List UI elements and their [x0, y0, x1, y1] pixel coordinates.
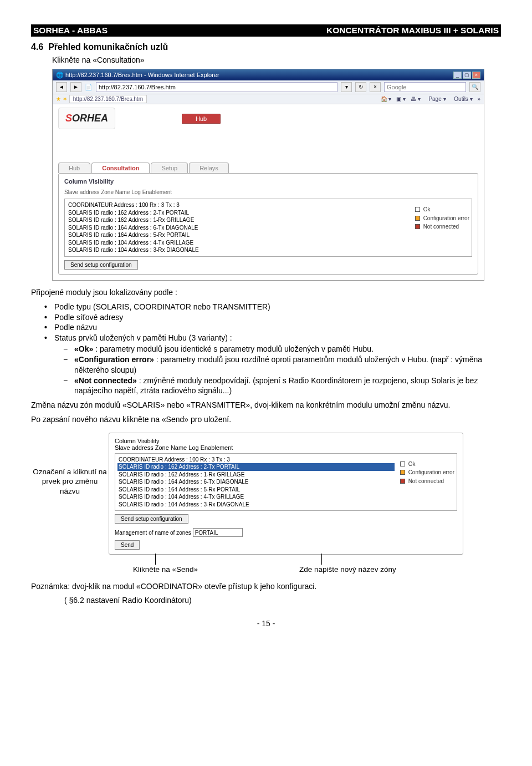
bullet-item: Status prvků uložených v paměti Hubu (3 …	[44, 333, 501, 343]
intro-text: Připojené moduly jsou lokalizovány podle…	[31, 287, 501, 297]
tab-setup[interactable]: Setup	[151, 163, 188, 173]
panel-subheader: Slave address Zone Name Log Enablement	[64, 189, 472, 195]
list-item[interactable]: SOLARIS ID radio : 162 Address : 1-Rx GR…	[117, 471, 395, 479]
list-item[interactable]: SOLARIS ID radio : 164 Address : 5-Rx PO…	[67, 231, 410, 239]
minimize-icon[interactable]: _	[453, 72, 462, 79]
page-menu[interactable]: Page ▾	[425, 96, 446, 102]
callout-left: Označení a kliknutí na prvek pro změnu n…	[31, 429, 109, 557]
tab-relays[interactable]: Relays	[189, 163, 229, 173]
modules-list: COORDINATEUR Address : 100 Rx : 3 Tx : 3…	[115, 453, 457, 511]
browser-tab[interactable]: http://82.237.160.7/Bres.htm	[69, 95, 147, 103]
app-tabs: Hub Consultation Setup Relays	[58, 163, 484, 173]
close-icon[interactable]: ×	[472, 72, 480, 79]
bullet-list: Podle typu (SOLARIS, COORDINATOR nebo TR…	[31, 302, 501, 344]
modules-list: COORDINATEUR Address : 100 Rx : 3 Tx : 3…	[64, 199, 472, 257]
ok-swatch-icon	[400, 461, 405, 466]
ie-page-icon: 📄	[85, 84, 93, 91]
send-setup-button[interactable]: Send setup configuration	[115, 514, 188, 524]
list-item[interactable]: SOLARIS ID radio : 104 Address : 3-Rx DI…	[67, 246, 410, 254]
list-item[interactable]: SOLARIS ID radio : 164 Address : 6-Tx DI…	[117, 478, 395, 486]
refresh-button[interactable]: ↻	[355, 82, 366, 92]
sorhea-logo: SORHEA	[58, 108, 115, 129]
page-number: - 15 -	[31, 619, 501, 628]
list-item[interactable]: SOLARIS ID radio : 104 Address : 4-Tx GR…	[67, 239, 410, 247]
bullet-item: Podle názvu	[44, 322, 501, 333]
notconnected-swatch-icon	[400, 479, 405, 484]
back-button[interactable]: ◄	[56, 82, 67, 92]
list-item[interactable]: SOLARIS ID radio : 164 Address : 5-Rx PO…	[117, 486, 395, 494]
send-setup-button[interactable]: Send setup configuration	[64, 260, 138, 270]
paragraph: Po zapsání nového názvu klikněte na «Sen…	[31, 414, 501, 424]
send-button[interactable]: Send	[115, 540, 140, 550]
print-icon[interactable]: 🖶 ▾	[411, 96, 421, 102]
add-favorite-icon[interactable]: ✶	[63, 96, 67, 102]
ie-globe-icon: 🌐	[56, 72, 64, 78]
ie-address-bar: ◄ ► 📄 ▾ ↻ × 🔍	[53, 80, 484, 94]
search-input[interactable]	[384, 82, 466, 92]
list-item[interactable]: COORDINATEUR Address : 100 Rx : 3 Tx : 3	[67, 201, 410, 209]
stop-button[interactable]: ×	[370, 82, 381, 92]
dash-list: «Ok» : parametry modulů jsou identické s…	[31, 344, 501, 395]
screenshot-browser: 🌐 http://82.237.160.7/Bres.htm - Windows…	[52, 69, 484, 281]
zone-name-input[interactable]	[193, 528, 243, 537]
header-right: KONCENTRÁTOR MAXIBUS III + SOLARIS	[326, 26, 499, 35]
tab-consultation[interactable]: Consultation	[91, 163, 150, 173]
notconnected-swatch-icon	[415, 224, 420, 229]
list-item[interactable]: SOLARIS ID radio : 104 Address : 3-Rx DI…	[117, 501, 395, 509]
window-buttons[interactable]: _▢×	[452, 71, 480, 79]
paragraph: Změna názvu zón modulů «SOLARIS» nebo «T…	[31, 400, 501, 410]
header-left: SORHEA - ABBAS	[33, 26, 108, 35]
dash-item: «Configuration error» : parametry modulů…	[63, 354, 501, 374]
panel-title: Column Visibility	[64, 178, 472, 185]
list-item[interactable]: SOLARIS ID radio : 162 Address : 2-Tx PO…	[67, 209, 410, 217]
callout-zone-name: Zde napište nový název zóny	[299, 565, 399, 575]
home-icon[interactable]: 🏠 ▾	[381, 96, 392, 102]
section-title: 4.6 Přehled komunikačních uzlů	[31, 42, 501, 52]
callout-send: Klikněte na «Send»	[133, 565, 233, 575]
dash-item: «Ok» : parametry modulů jsou identické s…	[63, 344, 501, 354]
tab-hub[interactable]: Hub	[58, 163, 90, 173]
favorites-icon[interactable]: ★	[56, 96, 61, 102]
zone-name-management: Management of name of zones	[115, 528, 457, 537]
search-button[interactable]: 🔍	[469, 82, 480, 92]
tools-menu[interactable]: Outils ▾	[451, 96, 472, 102]
configerror-swatch-icon	[400, 470, 405, 475]
list-item[interactable]: SOLARIS ID radio : 164 Address : 6-Tx DI…	[67, 224, 410, 232]
hub-header-button[interactable]: Hub	[182, 114, 221, 124]
section-instruction: Klikněte na «Consultation»	[52, 55, 501, 64]
url-input[interactable]	[96, 82, 337, 92]
bullet-item: Podle síťové adresy	[44, 312, 501, 323]
page-header: SORHEA - ABBAS KONCENTRÁTOR MAXIBUS III …	[31, 24, 501, 37]
maximize-icon[interactable]: ▢	[463, 72, 471, 79]
more-icon[interactable]: »	[477, 96, 480, 102]
panel-subheader: Slave address Zone Name Log Enablement	[115, 444, 457, 451]
forward-button[interactable]: ►	[70, 82, 81, 92]
list-item[interactable]: SOLARIS ID radio : 162 Address : 1-Rx GR…	[67, 216, 410, 224]
configerror-swatch-icon	[415, 216, 420, 221]
note-sub: ( §6.2 nastavení Radio Koordinátoru)	[64, 596, 501, 605]
status-legend: Ok Configuration error Not connected	[400, 456, 454, 509]
note: Poznámka: dvoj-klik na modul «COORDINATO…	[31, 581, 501, 591]
panel-title: Column Visibility	[115, 438, 457, 444]
list-item-selected[interactable]: SOLARIS ID radio : 162 Address : 2-Tx PO…	[117, 463, 395, 471]
ie-toolbar: ★ ✶http://82.237.160.7/Bres.htm 🏠 ▾ ▣ ▾ …	[53, 94, 484, 104]
bullet-item: Podle typu (SOLARIS, COORDINATOR nebo TR…	[44, 302, 501, 312]
feeds-icon[interactable]: ▣ ▾	[396, 96, 406, 102]
screenshot-panel-edit: Column Visibility Slave address Zone Nam…	[109, 433, 463, 555]
dash-item: «Not connected» : zmýněné moduly neodpov…	[63, 376, 501, 395]
list-item[interactable]: SOLARIS ID radio : 104 Address : 4-Tx GR…	[117, 493, 395, 501]
go-button[interactable]: ▾	[341, 82, 352, 92]
consultation-panel: Column Visibility Slave address Zone Nam…	[58, 173, 478, 275]
list-item[interactable]: COORDINATEUR Address : 100 Rx : 3 Tx : 3	[117, 456, 395, 464]
status-legend: Ok Configuration error Not connected	[415, 201, 469, 254]
ie-titlebar: 🌐 http://82.237.160.7/Bres.htm - Windows…	[53, 69, 484, 80]
ok-swatch-icon	[415, 207, 420, 212]
